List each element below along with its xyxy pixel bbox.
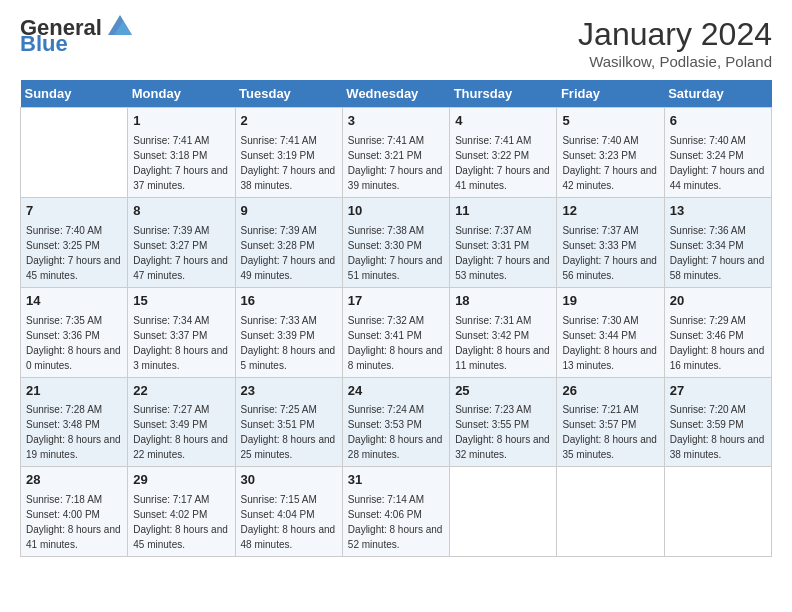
calendar-cell: 5Sunrise: 7:40 AMSunset: 3:23 PMDaylight… [557, 108, 664, 198]
day-number: 6 [670, 112, 766, 131]
day-number: 7 [26, 202, 122, 221]
day-header-sunday: Sunday [21, 80, 128, 108]
subtitle: Wasilkow, Podlasie, Poland [578, 53, 772, 70]
day-number: 30 [241, 471, 337, 490]
day-number: 4 [455, 112, 551, 131]
day-number: 26 [562, 382, 658, 401]
day-info: Sunrise: 7:37 AMSunset: 3:33 PMDaylight:… [562, 223, 658, 283]
header: General Blue January 2024 Wasilkow, Podl… [20, 16, 772, 70]
day-number: 10 [348, 202, 444, 221]
day-number: 23 [241, 382, 337, 401]
calendar-cell: 25Sunrise: 7:23 AMSunset: 3:55 PMDayligh… [450, 377, 557, 467]
calendar-cell: 3Sunrise: 7:41 AMSunset: 3:21 PMDaylight… [342, 108, 449, 198]
day-header-tuesday: Tuesday [235, 80, 342, 108]
day-number: 17 [348, 292, 444, 311]
day-number: 8 [133, 202, 229, 221]
day-info: Sunrise: 7:31 AMSunset: 3:42 PMDaylight:… [455, 313, 551, 373]
day-info: Sunrise: 7:25 AMSunset: 3:51 PMDaylight:… [241, 402, 337, 462]
day-number: 18 [455, 292, 551, 311]
day-number: 9 [241, 202, 337, 221]
calendar-cell: 17Sunrise: 7:32 AMSunset: 3:41 PMDayligh… [342, 287, 449, 377]
calendar-cell [557, 467, 664, 557]
day-info: Sunrise: 7:27 AMSunset: 3:49 PMDaylight:… [133, 402, 229, 462]
day-info: Sunrise: 7:24 AMSunset: 3:53 PMDaylight:… [348, 402, 444, 462]
day-info: Sunrise: 7:34 AMSunset: 3:37 PMDaylight:… [133, 313, 229, 373]
day-number: 24 [348, 382, 444, 401]
day-number: 25 [455, 382, 551, 401]
day-header-friday: Friday [557, 80, 664, 108]
calendar-cell: 11Sunrise: 7:37 AMSunset: 3:31 PMDayligh… [450, 197, 557, 287]
calendar-cell: 10Sunrise: 7:38 AMSunset: 3:30 PMDayligh… [342, 197, 449, 287]
day-info: Sunrise: 7:40 AMSunset: 3:24 PMDaylight:… [670, 133, 766, 193]
calendar-cell: 24Sunrise: 7:24 AMSunset: 3:53 PMDayligh… [342, 377, 449, 467]
day-info: Sunrise: 7:20 AMSunset: 3:59 PMDaylight:… [670, 402, 766, 462]
day-number: 15 [133, 292, 229, 311]
calendar-cell: 18Sunrise: 7:31 AMSunset: 3:42 PMDayligh… [450, 287, 557, 377]
days-header-row: SundayMondayTuesdayWednesdayThursdayFrid… [21, 80, 772, 108]
day-number: 13 [670, 202, 766, 221]
day-number: 28 [26, 471, 122, 490]
title-area: January 2024 Wasilkow, Podlasie, Poland [578, 16, 772, 70]
day-info: Sunrise: 7:21 AMSunset: 3:57 PMDaylight:… [562, 402, 658, 462]
month-title: January 2024 [578, 16, 772, 53]
day-number: 11 [455, 202, 551, 221]
day-number: 21 [26, 382, 122, 401]
page: General Blue January 2024 Wasilkow, Podl… [0, 0, 792, 612]
logo: General Blue [20, 16, 136, 56]
day-info: Sunrise: 7:17 AMSunset: 4:02 PMDaylight:… [133, 492, 229, 552]
calendar-cell: 4Sunrise: 7:41 AMSunset: 3:22 PMDaylight… [450, 108, 557, 198]
calendar-cell: 2Sunrise: 7:41 AMSunset: 3:19 PMDaylight… [235, 108, 342, 198]
day-info: Sunrise: 7:40 AMSunset: 3:25 PMDaylight:… [26, 223, 122, 283]
calendar-table: SundayMondayTuesdayWednesdayThursdayFrid… [20, 80, 772, 557]
day-info: Sunrise: 7:23 AMSunset: 3:55 PMDaylight:… [455, 402, 551, 462]
logo-icon [104, 11, 136, 39]
calendar-cell: 26Sunrise: 7:21 AMSunset: 3:57 PMDayligh… [557, 377, 664, 467]
day-info: Sunrise: 7:29 AMSunset: 3:46 PMDaylight:… [670, 313, 766, 373]
calendar-cell: 28Sunrise: 7:18 AMSunset: 4:00 PMDayligh… [21, 467, 128, 557]
day-number: 12 [562, 202, 658, 221]
calendar-cell: 1Sunrise: 7:41 AMSunset: 3:18 PMDaylight… [128, 108, 235, 198]
day-number: 16 [241, 292, 337, 311]
day-number: 5 [562, 112, 658, 131]
day-info: Sunrise: 7:41 AMSunset: 3:21 PMDaylight:… [348, 133, 444, 193]
day-info: Sunrise: 7:38 AMSunset: 3:30 PMDaylight:… [348, 223, 444, 283]
day-header-thursday: Thursday [450, 80, 557, 108]
day-info: Sunrise: 7:37 AMSunset: 3:31 PMDaylight:… [455, 223, 551, 283]
calendar-cell: 12Sunrise: 7:37 AMSunset: 3:33 PMDayligh… [557, 197, 664, 287]
day-info: Sunrise: 7:39 AMSunset: 3:27 PMDaylight:… [133, 223, 229, 283]
week-row-5: 28Sunrise: 7:18 AMSunset: 4:00 PMDayligh… [21, 467, 772, 557]
week-row-4: 21Sunrise: 7:28 AMSunset: 3:48 PMDayligh… [21, 377, 772, 467]
calendar-cell [21, 108, 128, 198]
day-number: 1 [133, 112, 229, 131]
day-info: Sunrise: 7:41 AMSunset: 3:18 PMDaylight:… [133, 133, 229, 193]
day-info: Sunrise: 7:36 AMSunset: 3:34 PMDaylight:… [670, 223, 766, 283]
calendar-cell: 15Sunrise: 7:34 AMSunset: 3:37 PMDayligh… [128, 287, 235, 377]
day-header-wednesday: Wednesday [342, 80, 449, 108]
day-info: Sunrise: 7:14 AMSunset: 4:06 PMDaylight:… [348, 492, 444, 552]
day-info: Sunrise: 7:41 AMSunset: 3:19 PMDaylight:… [241, 133, 337, 193]
day-info: Sunrise: 7:39 AMSunset: 3:28 PMDaylight:… [241, 223, 337, 283]
calendar-cell: 7Sunrise: 7:40 AMSunset: 3:25 PMDaylight… [21, 197, 128, 287]
day-info: Sunrise: 7:28 AMSunset: 3:48 PMDaylight:… [26, 402, 122, 462]
calendar-cell [450, 467, 557, 557]
calendar-cell: 31Sunrise: 7:14 AMSunset: 4:06 PMDayligh… [342, 467, 449, 557]
calendar-cell [664, 467, 771, 557]
calendar-cell: 19Sunrise: 7:30 AMSunset: 3:44 PMDayligh… [557, 287, 664, 377]
day-info: Sunrise: 7:40 AMSunset: 3:23 PMDaylight:… [562, 133, 658, 193]
day-number: 22 [133, 382, 229, 401]
calendar-cell: 23Sunrise: 7:25 AMSunset: 3:51 PMDayligh… [235, 377, 342, 467]
day-number: 2 [241, 112, 337, 131]
day-number: 19 [562, 292, 658, 311]
calendar-cell: 13Sunrise: 7:36 AMSunset: 3:34 PMDayligh… [664, 197, 771, 287]
calendar-cell: 6Sunrise: 7:40 AMSunset: 3:24 PMDaylight… [664, 108, 771, 198]
day-header-saturday: Saturday [664, 80, 771, 108]
day-header-monday: Monday [128, 80, 235, 108]
logo-text-blue: Blue [20, 32, 68, 56]
day-number: 20 [670, 292, 766, 311]
calendar-cell: 29Sunrise: 7:17 AMSunset: 4:02 PMDayligh… [128, 467, 235, 557]
day-info: Sunrise: 7:32 AMSunset: 3:41 PMDaylight:… [348, 313, 444, 373]
day-number: 3 [348, 112, 444, 131]
calendar-cell: 8Sunrise: 7:39 AMSunset: 3:27 PMDaylight… [128, 197, 235, 287]
day-info: Sunrise: 7:30 AMSunset: 3:44 PMDaylight:… [562, 313, 658, 373]
calendar-cell: 27Sunrise: 7:20 AMSunset: 3:59 PMDayligh… [664, 377, 771, 467]
